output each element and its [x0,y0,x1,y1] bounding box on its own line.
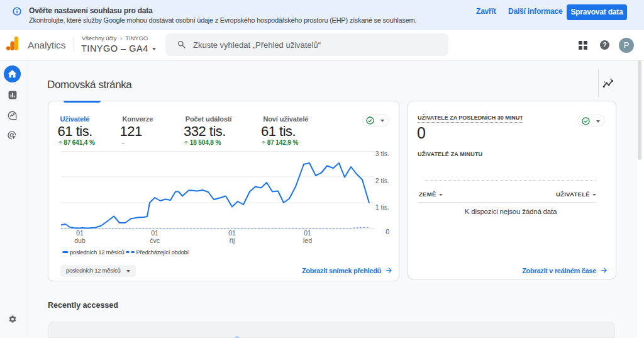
svg-text:dub: dub [74,237,86,244]
svg-text:3 tis.: 3 tis. [375,150,389,157]
svg-text:čvc: čvc [150,237,160,244]
svg-text:0: 0 [386,228,389,235]
svg-text:1 tis.: 1 tis. [375,203,389,211]
svg-text:01: 01 [76,229,84,237]
svg-text:led: led [303,237,312,244]
svg-text:2 tis.: 2 tis. [375,177,389,184]
svg-text:01: 01 [151,229,158,237]
svg-text:01: 01 [304,229,311,237]
svg-text:01: 01 [228,229,236,237]
svg-text:říj: říj [230,237,235,244]
